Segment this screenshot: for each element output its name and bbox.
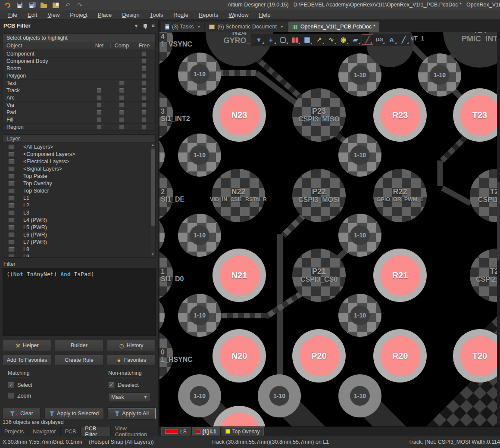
highlighted-pad[interactable]: R21 bbox=[373, 249, 427, 302]
component-icon[interactable]: ▦ bbox=[301, 34, 313, 45]
pcb-track[interactable] bbox=[438, 160, 443, 186]
save-all-icon[interactable] bbox=[28, 1, 35, 9]
highlighted-pad[interactable]: P20 bbox=[292, 329, 346, 383]
document-tab[interactable]: (3) Tasks▼ bbox=[161, 22, 204, 32]
history-button[interactable]: ◷History bbox=[107, 340, 156, 351]
layer-checkbox[interactable] bbox=[8, 225, 15, 230]
highlighted-pad[interactable]: N20 bbox=[212, 329, 266, 383]
scroll-up-icon[interactable]: ▲ bbox=[151, 143, 155, 148]
layer-tab-1l1[interactable]: [1] L1 bbox=[192, 427, 220, 436]
menu-file[interactable]: File bbox=[3, 11, 22, 19]
highlighted-pad[interactable]: R20 bbox=[373, 329, 427, 383]
layer-checkbox[interactable] bbox=[8, 166, 15, 171]
pad[interactable]: P21CSPI3_CS0 bbox=[292, 249, 346, 302]
layer-checkbox[interactable] bbox=[8, 188, 15, 193]
pcb-viewport[interactable]: 1-101-101-101-101-101-101-101-101-101-10… bbox=[159, 32, 500, 426]
highlighted-pad[interactable]: N21 bbox=[212, 249, 266, 302]
pad[interactable]: P23CSPI3_MISO bbox=[292, 88, 346, 142]
room-free-checkbox[interactable] bbox=[141, 66, 147, 71]
via-net-checkbox[interactable] bbox=[97, 103, 102, 108]
pad-net-checkbox[interactable] bbox=[97, 110, 102, 115]
menu-reports[interactable]: Reports bbox=[194, 11, 223, 19]
via[interactable] bbox=[159, 134, 165, 177]
layer-checkbox[interactable] bbox=[8, 159, 15, 164]
layer-scrollbar[interactable]: ▲ ▼ bbox=[150, 143, 155, 257]
string-icon[interactable]: A bbox=[386, 34, 397, 45]
layer-checkbox[interactable] bbox=[8, 247, 15, 252]
scroll-down-icon[interactable]: ▼ bbox=[151, 252, 155, 257]
via[interactable] bbox=[159, 214, 165, 257]
text-free-checkbox[interactable] bbox=[141, 81, 147, 86]
highlighted-pad[interactable]: T23 bbox=[453, 88, 500, 142]
pad[interactable]: R22GPIO_OR_PWM_1 bbox=[373, 169, 427, 222]
helper-button[interactable]: ⚒Helper bbox=[3, 340, 51, 351]
layer-tab-ls[interactable]: LS bbox=[161, 427, 191, 436]
pin-icon[interactable] bbox=[144, 24, 147, 28]
via[interactable]: 1-10 bbox=[178, 294, 221, 337]
layer-checkbox[interactable] bbox=[8, 240, 15, 245]
pad-comp-checkbox[interactable] bbox=[119, 110, 124, 115]
apply-to-all-button[interactable]: Apply to All bbox=[108, 408, 156, 419]
panel-tab-projects[interactable]: Projects bbox=[0, 427, 28, 436]
viewport-scrollbar[interactable] bbox=[497, 32, 500, 426]
chevron-down-icon[interactable]: ▼ bbox=[134, 23, 139, 28]
interactive-route-icon[interactable]: ╱ bbox=[362, 34, 373, 45]
via-icon[interactable]: ◉ bbox=[338, 34, 349, 45]
differential-pair-icon[interactable]: ∿ bbox=[325, 34, 337, 45]
polygon-icon[interactable]: ▰ bbox=[350, 34, 361, 45]
track-free-checkbox[interactable] bbox=[141, 88, 147, 93]
mask-dropdown[interactable]: Mask▼ bbox=[108, 392, 150, 402]
layer-checkbox[interactable] bbox=[8, 218, 15, 223]
arc-free-checkbox[interactable] bbox=[141, 95, 147, 100]
via[interactable] bbox=[159, 294, 165, 337]
scrollbar-thumb[interactable] bbox=[151, 149, 155, 226]
open-document-icon[interactable] bbox=[52, 1, 59, 9]
highlighted-pad[interactable]: R23 bbox=[373, 88, 427, 142]
layer-checkbox[interactable] bbox=[8, 232, 15, 237]
region-free-checkbox[interactable] bbox=[141, 124, 147, 130]
menu-help[interactable]: Help bbox=[254, 11, 275, 19]
layer-checkbox[interactable] bbox=[8, 196, 15, 201]
filter-icon[interactable]: ▼ bbox=[253, 34, 265, 45]
layer-checkbox[interactable] bbox=[8, 181, 15, 186]
pcb-track[interactable] bbox=[441, 185, 472, 205]
panel-tab-view-configuration[interactable]: View Configuration bbox=[111, 427, 158, 436]
open-folder-icon[interactable] bbox=[40, 1, 47, 9]
arc-comp-checkbox[interactable] bbox=[119, 95, 124, 100]
filter-expression-input[interactable]: ((Not InAnyNet) And IsPad) bbox=[3, 268, 156, 336]
menu-project[interactable]: Project bbox=[65, 11, 92, 19]
layer-checkbox[interactable] bbox=[8, 152, 15, 157]
menu-route[interactable]: Route bbox=[169, 11, 193, 19]
menu-edit[interactable]: Edit bbox=[23, 11, 42, 19]
polygon-free-checkbox[interactable] bbox=[141, 73, 147, 78]
menu-tools[interactable]: Tools bbox=[145, 11, 168, 19]
fill-free-checkbox[interactable] bbox=[141, 117, 147, 122]
layer-tab-topoverlay[interactable]: Top Overlay bbox=[222, 427, 264, 436]
track-net-checkbox[interactable] bbox=[97, 88, 102, 93]
via[interactable]: 1-10 bbox=[258, 374, 301, 417]
apply-to-selected-button[interactable]: Apply to Selected bbox=[44, 408, 104, 419]
close-icon[interactable]: × bbox=[151, 22, 155, 29]
redo-icon[interactable]: ↷ bbox=[76, 1, 84, 9]
chevron-down-icon[interactable]: ▼ bbox=[197, 25, 200, 29]
layer-checkbox[interactable] bbox=[8, 254, 15, 257]
favorites-button[interactable]: ★Favorites bbox=[107, 355, 156, 366]
via[interactable]: 1-10 bbox=[178, 53, 221, 96]
create-rule-button[interactable]: Create Rule bbox=[55, 355, 103, 366]
select-checkbox[interactable]: ✓Select bbox=[8, 382, 32, 388]
component-free-checkbox[interactable] bbox=[141, 51, 147, 56]
menu-view[interactable]: View bbox=[43, 11, 64, 19]
via[interactable]: 1-10 bbox=[338, 134, 381, 177]
via[interactable]: 1-10 bbox=[178, 214, 221, 257]
zoom-checkbox[interactable]: Zoom bbox=[8, 392, 32, 399]
pad-free-checkbox[interactable] bbox=[141, 110, 147, 115]
clear-button[interactable]: ×Clear bbox=[3, 408, 41, 419]
route-icon[interactable]: ↗ bbox=[313, 34, 325, 45]
fill-comp-checkbox[interactable] bbox=[119, 117, 124, 122]
panel-tab-navigator[interactable]: Navigator bbox=[28, 427, 61, 436]
arc-net-checkbox[interactable] bbox=[97, 95, 102, 100]
line-icon[interactable]: ╱ bbox=[398, 34, 409, 45]
save-icon[interactable] bbox=[16, 1, 23, 9]
menu-place[interactable]: Place bbox=[93, 11, 117, 19]
component-body-free-checkbox[interactable] bbox=[141, 59, 147, 64]
